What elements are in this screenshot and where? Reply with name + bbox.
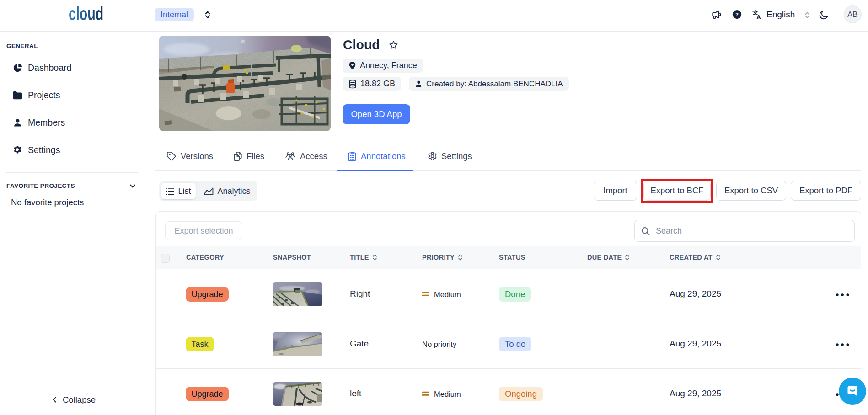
svg-text:?: ? [735, 12, 739, 17]
